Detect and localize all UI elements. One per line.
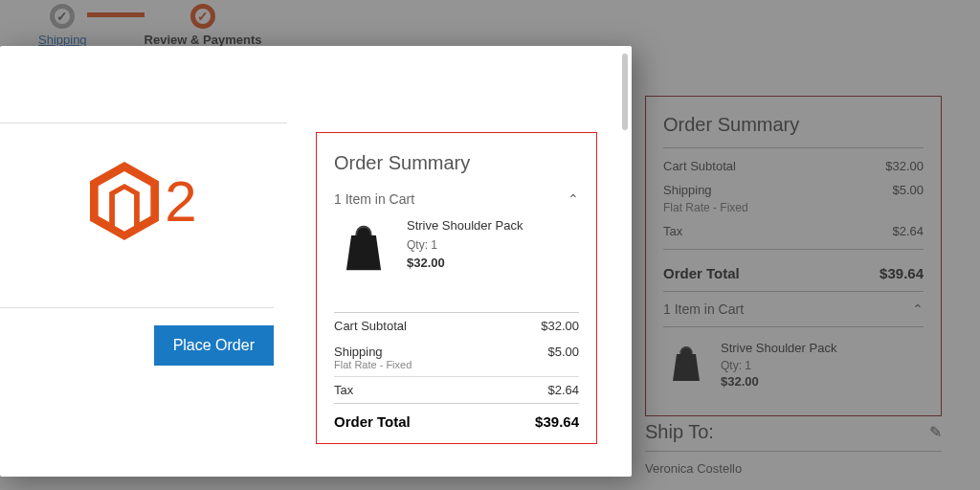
- scrollbar[interactable]: [622, 54, 628, 130]
- product-name: Strive Shoulder Pack: [407, 218, 523, 233]
- chevron-up-icon: ⌃: [568, 191, 579, 207]
- place-order-button[interactable]: Place Order: [154, 325, 274, 366]
- cart-items-toggle[interactable]: 1 Item in Cart ⌃: [334, 188, 579, 218]
- cart-items-count: 1 Item in Cart: [334, 191, 414, 207]
- product-thumbnail: [334, 218, 393, 278]
- subtotal-value: $32.00: [541, 319, 579, 333]
- logo-digit: 2: [165, 168, 196, 234]
- magento-hexagon-icon: [90, 162, 159, 240]
- order-total-label: Order Total: [334, 413, 411, 430]
- product-price: $32.00: [407, 256, 523, 270]
- order-total-value: $39.64: [535, 413, 579, 430]
- product-qty: Qty: 1: [407, 238, 523, 252]
- shipping-value: $5.00: [547, 345, 579, 359]
- checkout-panel: 2 Place Order Order Summary 1 Item in Ca…: [0, 46, 632, 477]
- cart-item: Strive Shoulder Pack Qty: 1 $32.00: [334, 218, 579, 312]
- subtotal-label: Cart Subtotal: [334, 319, 407, 333]
- order-summary-title: Order Summary: [334, 152, 579, 174]
- shipping-method: Flat Rate - Fixed: [334, 359, 579, 376]
- magento-logo: 2: [90, 162, 196, 240]
- order-summary-foreground: Order Summary 1 Item in Cart ⌃ Strive Sh…: [316, 132, 597, 444]
- tax-label: Tax: [334, 383, 353, 397]
- tax-value: $2.64: [547, 383, 579, 397]
- shipping-label: Shipping: [334, 345, 383, 359]
